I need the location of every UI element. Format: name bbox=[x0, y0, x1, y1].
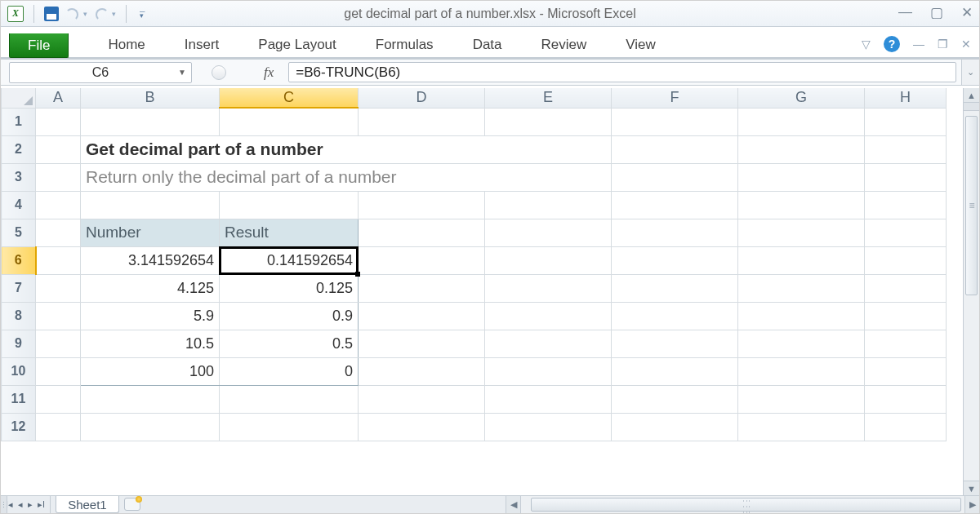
cell-H8[interactable] bbox=[865, 302, 947, 330]
insert-function-icon[interactable]: fx bbox=[264, 64, 274, 81]
cell-A12[interactable] bbox=[36, 413, 81, 441]
tab-data[interactable]: Data bbox=[453, 33, 522, 57]
cell-B4[interactable] bbox=[81, 191, 220, 219]
vertical-scrollbar[interactable]: ▲ ▼ bbox=[963, 88, 979, 495]
col-header-C[interactable]: C bbox=[220, 88, 359, 108]
cell-H12[interactable] bbox=[865, 413, 947, 441]
formula-input[interactable]: =B6-TRUNC(B6) bbox=[288, 62, 956, 82]
cell-A10[interactable] bbox=[36, 357, 81, 385]
tab-insert[interactable]: Insert bbox=[165, 33, 239, 57]
cell-B8[interactable]: 5.9 bbox=[81, 302, 220, 330]
scroll-up-icon[interactable]: ▲ bbox=[964, 88, 979, 103]
cell-B2[interactable]: Get decimal part of a number bbox=[81, 135, 612, 163]
cell-H9[interactable] bbox=[865, 330, 947, 357]
file-tab[interactable]: File bbox=[9, 33, 69, 58]
cell-D8[interactable] bbox=[359, 302, 485, 330]
cell-C8[interactable]: 0.9 bbox=[220, 302, 359, 330]
cell-A7[interactable] bbox=[36, 274, 81, 302]
redo-dropdown-icon[interactable]: ▾ bbox=[112, 10, 116, 18]
cell-G11[interactable] bbox=[738, 385, 865, 413]
tab-split-handle[interactable]: ⋮ bbox=[1, 496, 7, 513]
cell-D10[interactable] bbox=[359, 357, 485, 385]
cell-E10[interactable] bbox=[485, 357, 612, 385]
cell-H7[interactable] bbox=[865, 274, 947, 302]
row-header-10[interactable]: 10 bbox=[2, 357, 36, 385]
cell-H4[interactable] bbox=[865, 191, 947, 219]
name-box-dropdown-icon[interactable]: ▼ bbox=[178, 68, 186, 77]
cell-B9[interactable]: 10.5 bbox=[81, 330, 220, 357]
cell-grid[interactable]: A B C D E F G H 1 bbox=[1, 88, 947, 441]
row-header-9[interactable]: 9 bbox=[2, 330, 36, 357]
scroll-right-icon[interactable]: ▶ bbox=[964, 496, 979, 513]
scroll-left-icon[interactable]: ◀ bbox=[506, 496, 521, 513]
expand-formula-bar-icon[interactable]: ⌄ bbox=[961, 60, 979, 85]
col-header-A[interactable]: A bbox=[36, 88, 81, 108]
cell-B1[interactable] bbox=[81, 108, 220, 135]
row-header-12[interactable]: 12 bbox=[2, 413, 36, 441]
cell-F6[interactable] bbox=[612, 246, 738, 274]
cell-E11[interactable] bbox=[485, 385, 612, 413]
col-header-H[interactable]: H bbox=[865, 88, 947, 108]
cell-H10[interactable] bbox=[865, 357, 947, 385]
cell-C5[interactable]: Result bbox=[220, 219, 359, 246]
scroll-down-icon[interactable]: ▼ bbox=[964, 481, 979, 495]
col-header-F[interactable]: F bbox=[612, 88, 738, 108]
cell-A6[interactable] bbox=[36, 246, 81, 274]
tab-home[interactable]: Home bbox=[88, 33, 164, 57]
select-all-corner[interactable] bbox=[2, 88, 36, 108]
cell-D7[interactable] bbox=[359, 274, 485, 302]
cell-E5[interactable] bbox=[485, 219, 612, 246]
tab-view[interactable]: View bbox=[606, 33, 675, 57]
cell-H6[interactable] bbox=[865, 246, 947, 274]
cell-F1[interactable] bbox=[612, 108, 738, 135]
maximize-icon[interactable]: ▢ bbox=[930, 4, 943, 21]
vertical-scroll-thumb[interactable] bbox=[965, 116, 978, 295]
cell-A8[interactable] bbox=[36, 302, 81, 330]
workbook-restore-icon[interactable]: ❐ bbox=[938, 38, 948, 51]
new-sheet-icon[interactable] bbox=[124, 498, 140, 511]
undo-icon[interactable] bbox=[65, 8, 80, 20]
cell-C12[interactable] bbox=[220, 413, 359, 441]
cell-H1[interactable] bbox=[865, 108, 947, 135]
col-header-D[interactable]: D bbox=[359, 88, 485, 108]
cell-A11[interactable] bbox=[36, 385, 81, 413]
cell-B6[interactable]: 3.141592654 bbox=[81, 246, 220, 274]
cell-G5[interactable] bbox=[738, 219, 865, 246]
redo-icon[interactable] bbox=[94, 8, 109, 20]
cell-D5[interactable] bbox=[359, 219, 485, 246]
help-icon[interactable]: ? bbox=[884, 36, 900, 52]
col-header-E[interactable]: E bbox=[485, 88, 612, 108]
cell-G7[interactable] bbox=[738, 274, 865, 302]
cell-B12[interactable] bbox=[81, 413, 220, 441]
row-header-5[interactable]: 5 bbox=[2, 219, 36, 246]
cell-C7[interactable]: 0.125 bbox=[220, 274, 359, 302]
cell-D12[interactable] bbox=[359, 413, 485, 441]
cell-A5[interactable] bbox=[36, 219, 81, 246]
cell-G2[interactable] bbox=[738, 135, 865, 163]
cell-F8[interactable] bbox=[612, 302, 738, 330]
cell-B3[interactable]: Return only the decimal part of a number bbox=[81, 163, 612, 191]
tab-page-layout[interactable]: Page Layout bbox=[238, 33, 355, 57]
cell-A2[interactable] bbox=[36, 135, 81, 163]
cell-D1[interactable] bbox=[359, 108, 485, 135]
cell-H3[interactable] bbox=[865, 163, 947, 191]
cell-E6[interactable] bbox=[485, 246, 612, 274]
cell-F11[interactable] bbox=[612, 385, 738, 413]
cell-H11[interactable] bbox=[865, 385, 947, 413]
row-header-3[interactable]: 3 bbox=[2, 163, 36, 191]
row-header-8[interactable]: 8 bbox=[2, 302, 36, 330]
cell-F12[interactable] bbox=[612, 413, 738, 441]
row-header-1[interactable]: 1 bbox=[2, 108, 36, 135]
row-header-6[interactable]: 6 bbox=[2, 246, 36, 274]
cell-E7[interactable] bbox=[485, 274, 612, 302]
cell-C6[interactable]: 0.141592654 bbox=[220, 246, 359, 274]
row-header-2[interactable]: 2 bbox=[2, 135, 36, 163]
cell-H2[interactable] bbox=[865, 135, 947, 163]
split-handle[interactable] bbox=[964, 103, 979, 111]
workbook-minimize-icon[interactable]: — bbox=[913, 38, 924, 51]
col-header-B[interactable]: B bbox=[81, 88, 220, 108]
cell-E12[interactable] bbox=[485, 413, 612, 441]
tab-review[interactable]: Review bbox=[522, 33, 607, 57]
cell-D6[interactable] bbox=[359, 246, 485, 274]
cell-E4[interactable] bbox=[485, 191, 612, 219]
